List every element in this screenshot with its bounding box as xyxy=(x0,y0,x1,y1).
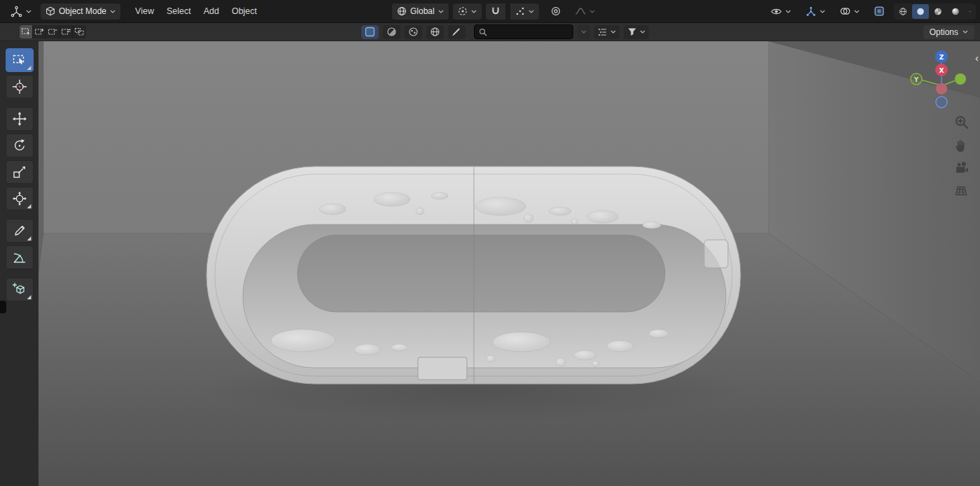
tool-transform[interactable] xyxy=(6,187,34,210)
search-field[interactable] xyxy=(474,24,573,39)
proportional-editing-toggle[interactable] xyxy=(546,3,566,20)
navigation-gizmo[interactable]: Z X Y xyxy=(903,48,980,117)
menu-object[interactable]: Object xyxy=(225,3,263,20)
chevron-down-icon xyxy=(528,10,534,13)
options-button[interactable]: Options xyxy=(923,25,974,39)
annotate-pencil-icon xyxy=(12,223,27,238)
matcap-sphere-icon xyxy=(408,27,419,37)
zoom-button[interactable] xyxy=(953,113,971,131)
axis-y-positive-ball[interactable] xyxy=(955,73,966,85)
visibility-dropdown[interactable] xyxy=(766,3,796,20)
gizmos-dropdown[interactable] xyxy=(801,3,830,20)
tool-cursor[interactable] xyxy=(6,75,34,99)
chevron-down-icon xyxy=(640,30,645,34)
visibility-eye-icon xyxy=(771,8,782,15)
pivot-point-dropdown[interactable] xyxy=(453,3,482,20)
funnel-filter-icon xyxy=(627,27,637,36)
tool-annotate[interactable] xyxy=(6,219,34,243)
xray-toggle[interactable] xyxy=(869,3,889,20)
menu-add[interactable]: Add xyxy=(197,3,225,20)
transform-icon xyxy=(12,191,27,206)
grid-ortho-icon xyxy=(953,183,970,199)
tool-move[interactable] xyxy=(6,107,34,131)
select-subtract-icon xyxy=(48,27,58,36)
chevron-down-icon xyxy=(26,10,31,13)
chevron-down-icon xyxy=(969,10,971,13)
menu-select[interactable]: Select xyxy=(160,3,197,20)
menu-bar: View Select Add Object xyxy=(129,0,263,22)
chevron-down-icon xyxy=(471,10,477,13)
editor-type-selector[interactable] xyxy=(6,3,36,20)
shading-material-button[interactable] xyxy=(930,4,946,19)
display-brush-toggle[interactable] xyxy=(448,25,465,39)
display-mode-dropdown[interactable] xyxy=(594,25,620,39)
shading-options-dropdown[interactable] xyxy=(965,4,975,19)
pan-hand-button[interactable] xyxy=(953,136,971,155)
overlays-dropdown[interactable] xyxy=(835,3,864,20)
display-sphere-toggle[interactable] xyxy=(383,25,400,39)
display-world-toggle[interactable] xyxy=(426,25,444,39)
select-mode-subtract[interactable] xyxy=(46,25,59,38)
add-cube-icon xyxy=(12,282,27,297)
select-mode-set[interactable] xyxy=(20,25,33,38)
axis-x-negative-ball[interactable] xyxy=(936,83,947,94)
collection-dropdown[interactable] xyxy=(578,25,590,39)
subtool-indicator xyxy=(27,66,31,70)
snap-target-dropdown[interactable] xyxy=(510,3,539,20)
axis-y-line xyxy=(945,81,955,85)
wireframe-sphere-icon xyxy=(899,6,907,17)
perspective-toggle-button[interactable] xyxy=(953,182,971,200)
toggle-xray-icon xyxy=(874,6,884,16)
select-mode-intersect[interactable] xyxy=(73,25,86,38)
subtool-indicator xyxy=(27,295,31,299)
select-mode-extend[interactable] xyxy=(33,25,46,38)
transform-orientation-dropdown[interactable]: Global xyxy=(392,3,449,20)
region-corner[interactable] xyxy=(0,301,6,313)
select-mode-segment xyxy=(20,25,86,38)
filter-dropdown[interactable] xyxy=(624,25,649,39)
display-texture-toggle[interactable] xyxy=(361,25,379,39)
shading-solid-button[interactable] xyxy=(912,4,929,19)
object-mode-cube-icon xyxy=(46,6,55,16)
proportional-falloff-dropdown[interactable] xyxy=(570,3,600,20)
shading-wireframe-button[interactable] xyxy=(895,4,911,19)
tool-sidebar xyxy=(0,41,38,486)
collapse-panel-arrow[interactable]: ‹ xyxy=(975,52,979,63)
tool-select-box[interactable] xyxy=(6,48,34,72)
menu-view[interactable]: View xyxy=(129,3,160,20)
axis-y-label: Y xyxy=(913,76,919,83)
axis-z-negative-ball[interactable] xyxy=(936,97,947,108)
header-middle-cluster: Global xyxy=(392,0,600,22)
display-matcap-toggle[interactable] xyxy=(405,25,422,39)
search-input[interactable] xyxy=(491,27,568,37)
viewport-3d[interactable]: Z X Y ‹ xyxy=(38,41,980,486)
mode-selector[interactable]: Object Mode xyxy=(41,3,120,20)
chevron-down-icon xyxy=(854,10,860,13)
shading-rendered-button[interactable] xyxy=(947,4,964,19)
header-left-cluster: Object Mode View Select Add Object xyxy=(6,0,263,22)
chevron-down-icon xyxy=(581,30,587,34)
chevron-down-icon xyxy=(110,10,115,13)
proportional-editing-icon xyxy=(551,6,561,16)
tool-settings-right: Options xyxy=(923,23,974,41)
model-wristband[interactable] xyxy=(197,166,750,423)
clasp-plate xyxy=(418,357,467,380)
tool-add-cube[interactable] xyxy=(6,278,34,301)
tool-rotate[interactable] xyxy=(6,134,34,157)
camera-view-button[interactable] xyxy=(953,159,971,178)
pivot-point-icon xyxy=(458,6,468,16)
tool-scale[interactable] xyxy=(6,160,34,184)
snap-increment-icon xyxy=(515,6,525,16)
select-mode-invert[interactable] xyxy=(59,25,73,38)
chevron-down-icon xyxy=(610,30,616,34)
options-label: Options xyxy=(930,27,958,37)
sphere-icon xyxy=(386,27,397,37)
camera-view-icon xyxy=(953,160,970,177)
measure-icon xyxy=(12,250,27,265)
snap-toggle[interactable] xyxy=(486,3,505,20)
scene-canvas[interactable] xyxy=(38,41,980,486)
select-set-icon xyxy=(21,27,31,36)
rotate-icon xyxy=(12,138,27,153)
editor-3d-viewport-icon xyxy=(10,6,22,17)
tool-measure[interactable] xyxy=(6,245,34,269)
